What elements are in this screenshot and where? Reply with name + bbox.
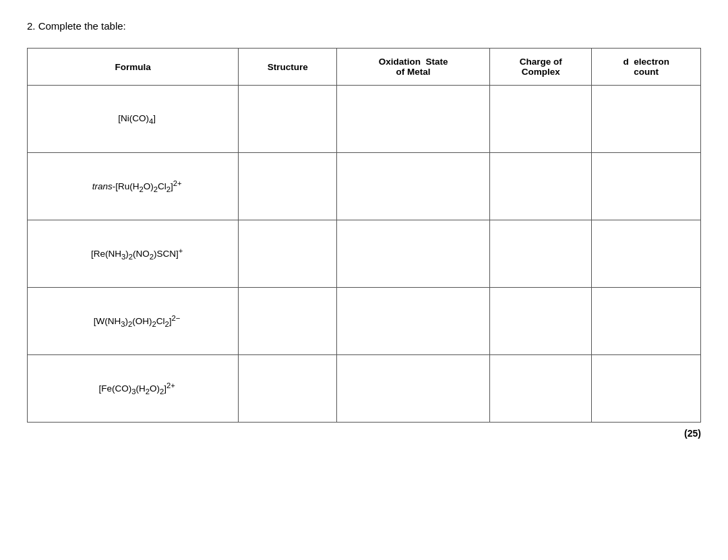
table-wrapper: Formula Structure Oxidation Stateof Meta… [27,48,701,423]
structure-cell-4 [239,288,337,355]
d-electron-cell-1 [592,86,701,153]
charge-cell-4 [489,288,592,355]
formula-cell-2: trans-[Ru(H2O)2Cl2]2+ [28,153,239,220]
d-electron-cell-3 [592,220,701,288]
header-row: Formula Structure Oxidation Stateof Meta… [28,49,701,86]
formula-text-5: [Fe(CO)3(H2O)2]2+ [98,383,175,394]
score-label: (25) [684,428,701,439]
structure-cell-2 [239,153,337,220]
table-row: [Re(NH3)2(NO2)SCN]+ [28,220,701,288]
header-structure: Structure [239,49,337,86]
score-row: (25) [27,423,701,439]
table-row: [Ni(CO)4] [28,86,701,153]
header-formula: Formula [28,49,239,86]
header-charge: Charge ofComplex [489,49,592,86]
oxidation-cell-2 [337,153,490,220]
oxidation-cell-1 [337,86,490,153]
charge-cell-3 [489,220,592,288]
table-row: trans-[Ru(H2O)2Cl2]2+ [28,153,701,220]
table-row: [W(NH3)2(OH)2Cl2]2− [28,288,701,355]
charge-cell-5 [489,355,592,423]
oxidation-cell-5 [337,355,490,423]
table-row: [Fe(CO)3(H2O)2]2+ [28,355,701,423]
question-label: 2. Complete the table: [27,20,701,32]
structure-cell-1 [239,86,337,153]
formula-cell-4: [W(NH3)2(OH)2Cl2]2− [28,288,239,355]
formula-text-3: [Re(NH3)2(NO2)SCN]+ [91,249,183,259]
d-electron-cell-5 [592,355,701,423]
oxidation-cell-3 [337,220,490,288]
formula-cell-5: [Fe(CO)3(H2O)2]2+ [28,355,239,423]
structure-cell-3 [239,220,337,288]
formula-cell-3: [Re(NH3)2(NO2)SCN]+ [28,220,239,288]
d-electron-cell-2 [592,153,701,220]
formula-text-4: [W(NH3)2(OH)2Cl2]2− [94,316,181,326]
header-d-electron: d electroncount [592,49,701,86]
charge-cell-1 [489,86,592,153]
oxidation-cell-4 [337,288,490,355]
formula-text-1: [Ni(CO)4] [118,113,156,123]
structure-cell-5 [239,355,337,423]
formula-text-2: trans-[Ru(H2O)2Cl2]2+ [92,181,182,191]
d-electron-cell-4 [592,288,701,355]
formula-cell-1: [Ni(CO)4] [28,86,239,153]
charge-cell-2 [489,153,592,220]
header-oxidation: Oxidation Stateof Metal [337,49,490,86]
main-table: Formula Structure Oxidation Stateof Meta… [27,48,701,423]
